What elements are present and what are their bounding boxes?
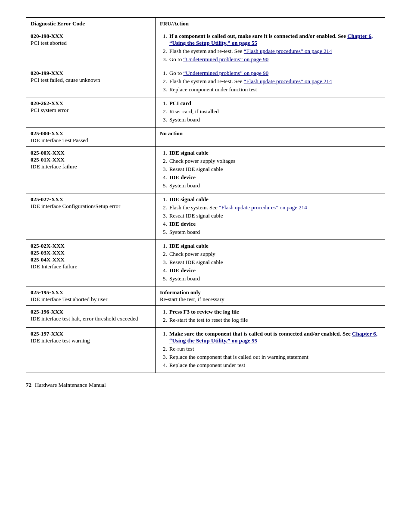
list-item: IDE device — [168, 267, 380, 274]
list-item: System board — [168, 182, 380, 189]
bold-item: IDE signal cable — [169, 149, 209, 156]
error-code-cell: 020-262-XXXPCI system error — [26, 97, 156, 128]
bold-text: Make sure the component that is called o… — [169, 330, 352, 337]
error-code-cell: 025-195-XXXIDE interface Test aborted by… — [26, 286, 156, 306]
header-action-col: FRU/Action — [155, 18, 385, 30]
list-item: Replace the component that is called out… — [168, 354, 380, 361]
table-row: 025-027-XXXIDE interface Configuration/S… — [26, 193, 385, 240]
error-desc: IDE Interface failure — [31, 263, 77, 270]
error-code-cell: 025-197-XXXIDE interface test warning — [26, 328, 156, 373]
action-cell: If a component is called out, make sure … — [155, 30, 385, 67]
list-item: Reseat IDE signal cable — [168, 166, 380, 173]
list-item: Make sure the component that is called o… — [168, 330, 380, 344]
list-item: Re-start the test to reset the log file — [168, 317, 380, 324]
list-item: Flash the system and re-test. See “Flash… — [168, 78, 380, 85]
error-desc: PCI test aborted — [31, 40, 67, 46]
list-item: Check power supply — [168, 251, 380, 258]
action-cell: No action — [155, 128, 385, 147]
error-code: 025-04X-XXX — [31, 256, 65, 263]
table-row: 025-000-XXXIDE interface Test PassedNo a… — [26, 128, 385, 147]
error-desc: IDE interface Test aborted by user — [31, 296, 107, 302]
error-code-cell: 025-196-XXXIDE interface test halt, erro… — [26, 306, 156, 328]
list-item: Replace component under function test — [168, 86, 380, 93]
plain-text: Flash the system and re-test. See — [169, 48, 244, 54]
bold-item: IDE signal cable — [169, 243, 209, 249]
list-item: Riser card, if installed — [168, 108, 380, 115]
table-row: 020-199-XXXPCI test failed, cause unknow… — [26, 67, 385, 97]
action-link[interactable]: “Flash update procedures” on page 214 — [244, 48, 332, 54]
error-code: 025-00X-XXX — [31, 149, 65, 156]
error-desc: IDE interface failure — [31, 163, 77, 170]
error-code-cell: 025-000-XXXIDE interface Test Passed — [26, 128, 156, 147]
list-item: Go to “Undetermined problems” on page 90 — [168, 56, 380, 63]
action-link[interactable]: “Flash update procedures” on page 214 — [219, 204, 307, 211]
plain-text: Go to — [169, 70, 184, 76]
bold-item: IDE device — [169, 267, 196, 274]
error-desc: PCI test failed, cause unknown — [31, 77, 100, 83]
action-cell: IDE signal cableCheck power supply volta… — [155, 147, 385, 193]
action-cell: Go to “Undetermined problems” on page 90… — [155, 67, 385, 97]
list-item: PCI card — [168, 100, 380, 107]
action-link[interactable]: “Undetermined problems” on page 90 — [183, 70, 268, 76]
error-code: 025-196-XXX — [31, 308, 63, 315]
error-code: 020-199-XXX — [31, 70, 63, 76]
error-code: 025-195-XXX — [31, 289, 63, 296]
list-item: IDE signal cable — [168, 196, 380, 203]
list-item: Reseat IDE signal cable — [168, 259, 380, 266]
list-item: Flash the system. See “Flash update proc… — [168, 204, 380, 211]
bold-item: IDE device — [169, 174, 196, 180]
action-list: PCI cardRiser card, if installedSystem b… — [168, 100, 380, 123]
action-list: If a component is called out, make sure … — [168, 33, 380, 63]
header-code-col: Diagnostic Error Code — [26, 18, 156, 30]
list-item: IDE device — [168, 221, 380, 227]
error-code: 020-198-XXX — [31, 33, 63, 39]
table-row: 025-197-XXXIDE interface test warningMak… — [26, 328, 385, 373]
action-cell: PCI cardRiser card, if installedSystem b… — [155, 97, 385, 128]
list-item: Replace the component under test — [168, 362, 380, 369]
action-cell: Press F3 to review the log fileRe-start … — [155, 306, 385, 328]
error-desc: IDE interface Test Passed — [31, 137, 88, 143]
action-list: IDE signal cableCheck power supply volta… — [168, 149, 380, 189]
error-code: 025-197-XXX — [31, 330, 63, 337]
error-code: 025-02X-XXX — [31, 243, 65, 249]
list-item: IDE device — [168, 174, 380, 181]
action-list: Press F3 to review the log fileRe-start … — [168, 308, 380, 324]
action-link[interactable]: “Flash update procedures” on page 214 — [244, 78, 332, 84]
bold-item: PCI card — [169, 100, 191, 106]
table-row: 020-198-XXXPCI test abortedIf a componen… — [26, 30, 385, 67]
action-list: IDE signal cableCheck power supplyReseat… — [168, 243, 380, 282]
list-item: IDE signal cable — [168, 243, 380, 249]
page-number: 72 — [26, 382, 31, 389]
table-row: 025-196-XXXIDE interface test halt, erro… — [26, 306, 385, 328]
list-item: Go to “Undetermined problems” on page 90 — [168, 70, 380, 77]
error-code: 025-027-XXX — [31, 196, 63, 202]
list-item: Reseat IDE signal cable — [168, 212, 380, 219]
list-item: Check power supply voltages — [168, 158, 380, 165]
plain-text: Go to — [169, 56, 184, 62]
action-link[interactable]: “Undetermined problems” on page 90 — [183, 56, 268, 62]
action-list: Make sure the component that is called o… — [168, 330, 380, 369]
error-desc: PCI system error — [31, 107, 68, 113]
page-footer: 72 Hardware Maintenance Manual — [26, 382, 385, 389]
list-item: System board — [168, 275, 380, 282]
error-code-cell: 025-027-XXXIDE interface Configuration/S… — [26, 193, 156, 240]
error-code-cell: 020-199-XXXPCI test failed, cause unknow… — [26, 67, 156, 97]
action-cell: Make sure the component that is called o… — [155, 328, 385, 373]
error-code-cell: 020-198-XXXPCI test aborted — [26, 30, 156, 67]
plain-text: Flash the system. See — [169, 204, 219, 211]
error-desc: IDE interface test halt, error threshold… — [31, 315, 138, 322]
action-cell: Information onlyRe-start the test, if ne… — [155, 286, 385, 306]
list-item: System board — [168, 116, 380, 123]
page-wrapper: Diagnostic Error Code FRU/Action 020-198… — [26, 17, 385, 389]
bold-text: If a component is called out, make sure … — [169, 33, 347, 39]
list-item: IDE signal cable — [168, 149, 380, 156]
list-item: Press F3 to review the log file — [168, 308, 380, 315]
bold-item: IDE signal cable — [169, 196, 209, 202]
list-item: System board — [168, 229, 380, 236]
table-row: 025-00X-XXX025-01X-XXXIDE interface fail… — [26, 147, 385, 193]
info-subtext: Re-start the test, if necessary — [160, 296, 224, 302]
bold-item: Press F3 to review the log file — [169, 308, 239, 315]
error-code: 025-03X-XXX — [31, 249, 65, 256]
error-desc: IDE interface Configuration/Setup error — [31, 203, 120, 209]
error-desc: IDE interface test warning — [31, 337, 90, 344]
